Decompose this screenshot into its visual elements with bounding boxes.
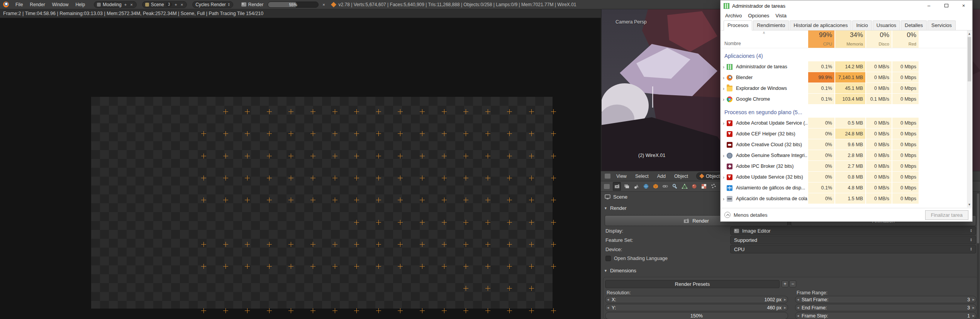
expander-icon[interactable]: ›	[721, 75, 727, 81]
scene-selector[interactable]: Scene 3 + ×	[142, 1, 187, 8]
process-row[interactable]: ›Adobe Acrobat Update Service (...0%0.5 …	[721, 118, 967, 128]
process-row[interactable]: ›Aplicación de subsistema de cola0%1.5 M…	[721, 193, 967, 204]
scrollbar-thumb[interactable]	[977, 193, 979, 243]
blender-logo-icon[interactable]	[3, 2, 9, 7]
screen-layout-selector[interactable]: Modeling + ×	[94, 1, 137, 8]
osl-checkbox[interactable]	[605, 256, 611, 261]
delete-layout-button[interactable]: ×	[129, 2, 133, 7]
expander-icon[interactable]: ›	[721, 86, 727, 91]
tab-particles[interactable]	[709, 182, 717, 191]
viewport-menu-object[interactable]: Object	[670, 174, 692, 179]
process-row[interactable]: ›Adobe Update Service (32 bits)0%0.8 MB0…	[721, 172, 967, 182]
close-button[interactable]: ×	[955, 0, 972, 10]
menu-render[interactable]: Render	[26, 2, 48, 7]
tab-object[interactable]	[651, 182, 660, 191]
tab-detalles[interactable]: Detalles	[901, 20, 927, 30]
maximize-button[interactable]	[938, 0, 955, 10]
process-row[interactable]: ›Blender99.9%7,140.1 MB0 MB/s0 Mbps	[721, 72, 967, 83]
scroll-down-icon[interactable]: ▼	[967, 201, 972, 208]
expander-icon[interactable]: ›	[721, 196, 727, 202]
breadcrumb-scene[interactable]: Scene	[613, 194, 627, 200]
viewport-menu-add[interactable]: Add	[653, 174, 670, 179]
fewer-details-label[interactable]: Menos detalles	[734, 212, 767, 218]
decrement-icon[interactable]: ◀	[797, 304, 799, 311]
process-row[interactable]: Adobe Creative Cloud (32 bits)0%9.6 MB0 …	[721, 139, 967, 150]
tab-servicios[interactable]: Servicios	[927, 20, 956, 30]
viewport-menu-view[interactable]: View	[612, 174, 631, 179]
minimize-button[interactable]: –	[920, 0, 938, 10]
scrollbar-thumb[interactable]	[968, 37, 971, 81]
end-frame-field[interactable]: ◀ End Frame: 3 ▶	[795, 304, 977, 311]
tm-scrollbar[interactable]: ▲ ▼	[967, 30, 972, 208]
remove-preset-button[interactable]: −	[789, 280, 796, 287]
feature-set-dropdown[interactable]: Supported ▲▼	[730, 236, 976, 244]
menu-window[interactable]: Window	[49, 2, 72, 7]
process-row[interactable]: ›Explorador de Windows0.1%45.1 MB0 MB/s0…	[721, 83, 967, 94]
tab-historial[interactable]: Historial de aplicaciones	[790, 20, 851, 30]
scroll-up-icon[interactable]: ▲	[967, 30, 972, 37]
decrement-icon[interactable]: ◀	[797, 296, 799, 303]
increment-icon[interactable]: ▶	[973, 296, 975, 303]
tm-menu-vista[interactable]: Vista	[772, 13, 790, 19]
process-group-header[interactable]: Aplicaciones (4)	[721, 48, 967, 61]
process-row[interactable]: Adobe CEF Helper (32 bits)0%24.8 MB0 MB/…	[721, 128, 967, 139]
image-editor-render-result[interactable]	[0, 18, 601, 319]
menu-file[interactable]: File	[12, 2, 26, 7]
resolution-percentage-slider[interactable]: 150%	[605, 312, 788, 319]
tm-col-mem[interactable]: 34% Memoria	[834, 30, 865, 48]
decrement-icon[interactable]: ◀	[607, 296, 609, 303]
render-engine-dropdown[interactable]: Cycles Render ▲▼	[192, 1, 233, 8]
process-row[interactable]: ›Adobe Genuine Software Integri...0%2.8 …	[721, 150, 967, 161]
tab-procesos[interactable]: Procesos	[724, 20, 752, 30]
increment-icon[interactable]: ▶	[784, 296, 786, 303]
tab-rendimiento[interactable]: Rendimiento	[753, 20, 789, 30]
fewer-details-icon[interactable]	[724, 212, 731, 218]
device-dropdown[interactable]: CPU ▲▼	[730, 245, 976, 253]
expander-icon[interactable]: ›	[721, 96, 727, 102]
expander-icon[interactable]: ›	[721, 120, 727, 126]
tm-col-disk[interactable]: 0% Disco	[865, 30, 892, 48]
decrement-icon[interactable]: ◀	[607, 304, 609, 311]
render-panel-header[interactable]: ▼ Render	[604, 205, 627, 211]
tab-texture[interactable]	[700, 182, 708, 191]
expander-icon[interactable]: ›	[721, 174, 727, 180]
expander-icon[interactable]: ›	[721, 64, 727, 70]
editor-type-selector-icon[interactable]	[604, 184, 610, 189]
tm-col-net[interactable]: 0% Red	[892, 30, 919, 48]
tab-world[interactable]	[642, 182, 650, 191]
tab-scene[interactable]	[632, 182, 640, 191]
resolution-y-field[interactable]: ◀ Y: 460 px ▶	[605, 304, 788, 311]
scene-browse-icon[interactable]	[145, 3, 149, 7]
scene-users-count[interactable]: 3	[166, 2, 172, 7]
process-row[interactable]: ›Google Chrome0.1%103.4 MB0.1 MB/s0 Mbps	[721, 94, 967, 105]
increment-icon[interactable]: ▶	[973, 312, 975, 319]
decrement-icon[interactable]: ◀	[797, 312, 799, 319]
add-layout-button[interactable]: +	[124, 2, 127, 7]
tab-modifiers[interactable]	[671, 182, 679, 191]
properties-scrollbar[interactable]	[977, 192, 979, 318]
viewport-menu-select[interactable]: Select	[631, 174, 653, 179]
resolution-x-field[interactable]: ◀ X: 1002 px ▶	[605, 296, 788, 303]
tab-inicio[interactable]: Inicio	[852, 20, 871, 30]
add-preset-button[interactable]: +	[782, 280, 788, 287]
dimensions-panel-header[interactable]: ▼ Dimensions	[604, 268, 636, 273]
process-row[interactable]: Adobe IPC Broker (32 bits)0%2.7 MB0 MB/s…	[721, 161, 967, 172]
tab-object-data[interactable]	[680, 182, 688, 191]
expander-icon[interactable]: ›	[721, 153, 727, 159]
display-dropdown[interactable]: Image Editor ▲▼	[730, 226, 976, 235]
tab-render[interactable]	[613, 182, 621, 191]
tm-col-cpu[interactable]: 99% CPU	[807, 30, 834, 48]
delete-scene-button[interactable]: ×	[180, 2, 184, 7]
process-row[interactable]: ›Administrador de tareas0.1%14.2 MB0 MB/…	[721, 61, 967, 72]
tm-menu-opciones[interactable]: Opciones	[745, 13, 772, 19]
add-scene-button[interactable]: +	[174, 2, 178, 7]
editor-type-selector-icon[interactable]	[605, 174, 610, 179]
tab-constraints[interactable]	[661, 182, 669, 191]
menu-help[interactable]: Help	[72, 2, 88, 7]
end-task-button[interactable]: Finalizar tarea	[925, 210, 968, 220]
increment-icon[interactable]: ▶	[784, 304, 786, 311]
tm-menu-archivo[interactable]: Archivo	[722, 13, 745, 19]
tab-material[interactable]	[690, 182, 698, 191]
tab-usuarios[interactable]: Usuarios	[873, 20, 900, 30]
increment-icon[interactable]: ▶	[973, 304, 975, 311]
